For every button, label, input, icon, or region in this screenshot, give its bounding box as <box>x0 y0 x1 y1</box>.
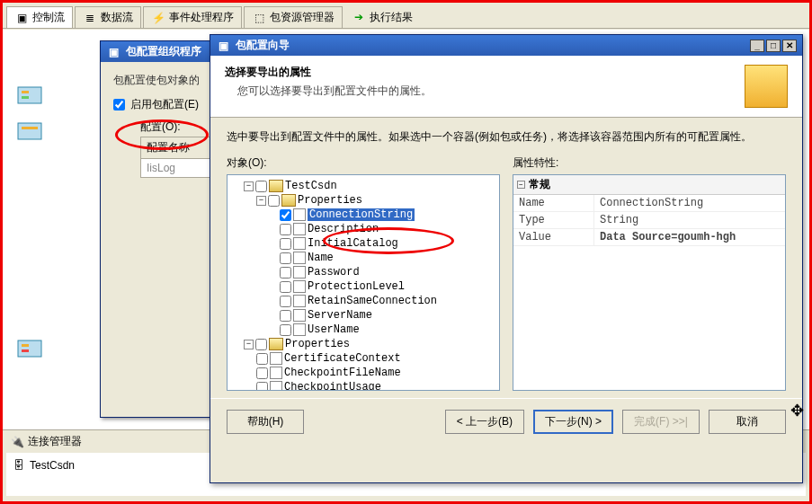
tree-label: TestCsdn <box>285 180 337 192</box>
objects-tree[interactable]: −TestCsdn −Properties ConnectionString D… <box>227 174 500 391</box>
property-icon <box>293 237 306 250</box>
tree-checkbox[interactable] <box>280 324 291 336</box>
svg-rect-4 <box>22 127 38 129</box>
property-row[interactable]: ValueData Source=goumh-hgh <box>513 229 785 246</box>
tree-checkbox[interactable] <box>280 252 291 264</box>
next-button[interactable]: 下一步(N) > <box>533 410 613 434</box>
wizard-instruction: 选中要导出到配置文件中的属性。如果选中一个容器(例如包或任务)，将选择该容器范围… <box>227 128 786 145</box>
tree-label: InitialCatalog <box>308 237 398 250</box>
tree-checkbox[interactable] <box>280 281 291 293</box>
property-row[interactable]: NameConnectionString <box>513 195 785 212</box>
collapse-icon[interactable]: − <box>517 181 525 189</box>
collapse-icon[interactable]: − <box>256 196 266 206</box>
connection-icon: 🔌 <box>10 435 24 449</box>
tree-checkbox[interactable] <box>256 367 268 379</box>
package-icon: ⬚ <box>252 11 266 25</box>
svg-rect-1 <box>22 91 29 93</box>
tree-label: Name <box>308 252 334 264</box>
tree-node[interactable]: CertificateContext <box>231 351 495 366</box>
tree-checkbox[interactable] <box>280 209 291 221</box>
tree-checkbox[interactable] <box>280 296 291 307</box>
property-icon <box>293 295 306 307</box>
tree-checkbox[interactable] <box>268 195 280 207</box>
collapse-icon[interactable]: − <box>244 181 254 191</box>
tree-label: ServerName <box>308 309 372 322</box>
wizard-button-bar: 帮助(H) < 上一步(B) 下一步(N) > 完成(F) >>| 取消 <box>210 398 802 445</box>
property-grid[interactable]: −常规 NameConnectionString TypeString Valu… <box>513 174 786 391</box>
property-value: String <box>594 212 785 228</box>
property-category-label: 常规 <box>529 177 550 192</box>
tree-node[interactable]: ProtectionLevel <box>231 279 495 294</box>
tree-checkbox[interactable] <box>280 238 291 250</box>
tree-checkbox[interactable] <box>280 310 291 322</box>
toolbox-strip <box>16 75 61 154</box>
svg-rect-2 <box>22 96 29 99</box>
tree-node[interactable]: CheckpointFileName <box>231 366 495 380</box>
enable-configs-label: 启用包配置(E) <box>130 97 199 112</box>
event-icon: ⚡ <box>151 11 165 25</box>
tree-node[interactable]: RetainSameConnection <box>231 294 495 308</box>
tab-label: 包资源管理器 <box>270 10 335 25</box>
tree-node[interactable]: Description <box>231 222 495 236</box>
tree-node[interactable]: ServerName <box>231 308 495 323</box>
designer-tab-bar: ▣控制流 ≣数据流 ⚡事件处理程序 ⬚包资源管理器 ➔执行结果 <box>3 3 809 29</box>
tab-package-explorer[interactable]: ⬚包资源管理器 <box>244 6 343 28</box>
tree-node[interactable]: Password <box>231 265 495 279</box>
tree-checkbox[interactable] <box>280 224 291 235</box>
collapse-icon[interactable]: − <box>244 340 254 349</box>
tree-node-root[interactable]: −TestCsdn <box>231 179 495 193</box>
tree-label: UserName <box>308 323 360 336</box>
tree-node[interactable]: InitialCatalog <box>231 236 495 251</box>
property-key: Value <box>513 229 594 245</box>
svg-rect-3 <box>18 123 41 139</box>
svg-rect-7 <box>22 349 29 352</box>
property-row[interactable]: TypeString <box>513 212 785 229</box>
wizard-titlebar[interactable]: ▣ 包配置向导 _ □ ✕ <box>210 35 802 56</box>
resize-handle-icon[interactable]: ✥ <box>790 401 804 420</box>
enable-configs-checkbox[interactable] <box>113 99 125 111</box>
property-attributes-label: 属性特性: <box>513 155 786 171</box>
property-icon <box>293 323 306 336</box>
cancel-button[interactable]: 取消 <box>709 410 786 434</box>
tree-checkbox[interactable] <box>255 181 267 192</box>
tree-checkbox[interactable] <box>256 382 268 392</box>
tree-node-group[interactable]: −Properties <box>231 193 495 208</box>
property-icon <box>293 208 306 221</box>
tab-data-flow[interactable]: ≣数据流 <box>75 6 141 28</box>
tab-execution-results[interactable]: ➔执行结果 <box>344 6 420 28</box>
tree-node-connectionstring[interactable]: ConnectionString <box>231 208 495 222</box>
tree-label: CheckpointFileName <box>284 367 401 379</box>
tree-checkbox[interactable] <box>256 353 268 365</box>
window-icon: ▣ <box>216 39 230 53</box>
tree-node-group[interactable]: −Properties <box>231 337 495 351</box>
objects-label: 对象(O): <box>227 155 500 171</box>
tab-control-flow[interactable]: ▣控制流 <box>6 6 73 28</box>
connection-managers-title: 连接管理器 <box>28 434 82 449</box>
help-button[interactable]: 帮助(H) <box>227 410 304 434</box>
property-icon <box>293 252 306 264</box>
tree-checkbox[interactable] <box>280 267 291 279</box>
property-category-header[interactable]: −常规 <box>513 175 785 195</box>
task-icon[interactable] <box>16 82 45 111</box>
config-row-name: IisLog <box>147 162 175 174</box>
maximize-button[interactable]: □ <box>766 40 781 52</box>
tab-event-handlers[interactable]: ⚡事件处理程序 <box>143 6 242 28</box>
tree-label: ConnectionString <box>308 208 415 221</box>
close-button[interactable]: ✕ <box>782 40 797 52</box>
property-icon <box>293 309 306 322</box>
svg-rect-5 <box>18 340 41 357</box>
tree-node[interactable]: Name <box>231 251 495 265</box>
task-icon[interactable] <box>16 335 45 364</box>
folder-icon <box>269 338 283 350</box>
tree-checkbox[interactable] <box>255 339 267 350</box>
config-name-header: 配置名称 <box>147 141 190 154</box>
wizard-icon <box>745 65 788 108</box>
back-button[interactable]: < 上一步(B) <box>445 410 524 434</box>
property-key: Type <box>513 212 594 228</box>
tree-node[interactable]: CheckpointUsage <box>231 380 495 391</box>
task-icon[interactable] <box>16 118 45 146</box>
tree-node[interactable]: UserName <box>231 323 495 337</box>
tab-label: 事件处理程序 <box>169 10 234 25</box>
property-icon <box>270 367 282 379</box>
minimize-button[interactable]: _ <box>750 40 764 52</box>
